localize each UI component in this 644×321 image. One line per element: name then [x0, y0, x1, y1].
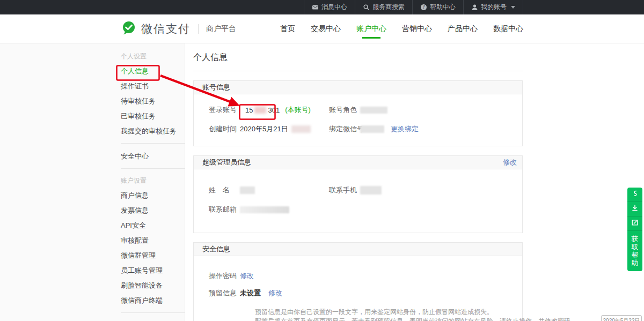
- contact-phone-label: 联系手机: [329, 185, 360, 195]
- admin-name-label: 姓 名: [209, 185, 240, 195]
- sidebar-group-account-settings: 账户设置: [121, 173, 185, 188]
- edit-icon: [631, 219, 639, 228]
- sidebar-item-merchant-info[interactable]: 商户信息: [121, 188, 185, 203]
- brand[interactable]: 微信支付 商户平台: [121, 20, 236, 38]
- mail-icon: [312, 4, 319, 11]
- nav-product-center[interactable]: 产品中心: [448, 14, 478, 43]
- service-provider-search-link[interactable]: 服务商搜索: [355, 0, 412, 14]
- page-title: 个人信息: [193, 51, 523, 63]
- message-center-label: 消息中心: [321, 3, 347, 12]
- super-admin-title: 超级管理员信息: [202, 156, 251, 169]
- sidebar-item-invoice-info[interactable]: 发票信息: [121, 203, 185, 218]
- reserved-info-label: 预留信息: [209, 288, 240, 298]
- title-divider: [193, 71, 523, 71]
- floating-help-panel: 获取帮助: [627, 188, 642, 271]
- sidebar-divider: [121, 143, 185, 144]
- login-suffix: 301: [268, 106, 280, 114]
- tip-line: 预留信息是由你自己设置的一段文字，用来鉴定网站身份，防止假冒网站造成损失。: [255, 308, 522, 317]
- rebind-link[interactable]: 更换绑定: [391, 124, 419, 134]
- account-info-title: 账号信息: [202, 81, 230, 94]
- nav-account-center[interactable]: 账户中心: [356, 14, 386, 43]
- main-content: 个人信息 账号信息 登录账号 15 301 (本账号): [193, 43, 523, 321]
- my-account-label: 我的账号: [481, 3, 507, 12]
- main-header: 微信支付 商户平台 首页 交易中心 账户中心 营销中心 产品中心 数据中心: [0, 14, 644, 43]
- top-utility-bar: 消息中心 服务商搜索 ? 帮助中心 我的账号: [0, 0, 644, 14]
- login-prefix: 15: [245, 106, 253, 114]
- date-tooltip: 2020年5月22日: [601, 315, 642, 321]
- primary-nav: 首页 交易中心 账户中心 营销中心 产品中心 数据中心: [280, 14, 523, 43]
- get-help-button[interactable]: 获取帮助: [627, 231, 642, 271]
- help-center-link[interactable]: ? 帮助中心: [412, 0, 463, 14]
- redacted-created-time: [291, 125, 311, 133]
- tip-line: 配置后将在首页及充值页面显示。若未看到预留信息，表明当前访问的网站存在风险，请终…: [255, 317, 522, 321]
- sidebar-item-staff-account-mgmt[interactable]: 员工账号管理: [121, 263, 185, 278]
- sidebar-item-face-smart-device[interactable]: 刷脸智能设备: [121, 278, 185, 293]
- feedback-button[interactable]: [627, 217, 642, 231]
- sidebar-item-my-submitted-review[interactable]: 我提交的审核任务: [121, 124, 185, 139]
- link-icon: [631, 190, 639, 199]
- redacted-account-role: [360, 107, 387, 114]
- brand-divider: [198, 24, 199, 34]
- sidebar-item-reviewed[interactable]: 已审核任务: [121, 109, 185, 124]
- sidebar-item-review-config[interactable]: 审核配置: [121, 233, 185, 248]
- reserved-info-tips: 预留信息是由你自己设置的一段文字，用来鉴定网站身份，防止假冒网站造成损失。 配置…: [209, 308, 522, 321]
- nav-data-center[interactable]: 数据中心: [493, 14, 523, 43]
- redacted-admin-name: [240, 186, 255, 194]
- nav-home[interactable]: 首页: [280, 14, 295, 43]
- sidebar-item-personal-info[interactable]: 个人信息: [121, 64, 185, 79]
- wechat-pay-logo: [121, 20, 137, 38]
- super-admin-edit-link[interactable]: 修改: [503, 156, 517, 169]
- nav-marketing-center[interactable]: 营销中心: [402, 14, 432, 43]
- redacted-wechat-id: [360, 125, 384, 133]
- help-icon: ?: [420, 4, 427, 11]
- my-account-menu[interactable]: 我的账号: [463, 0, 523, 14]
- redacted-login-middle: [254, 107, 266, 114]
- user-icon: [471, 4, 478, 11]
- sidebar-item-pending-review[interactable]: 待审核任务: [121, 94, 185, 109]
- redacted-contact-email: [240, 206, 289, 213]
- account-info-section: 账号信息 登录账号 15 301 (本账号) 账号角色: [193, 80, 523, 146]
- current-account-tag: (本账号): [285, 105, 311, 115]
- redacted-contact-phone: [360, 186, 382, 195]
- search-icon: [363, 4, 370, 11]
- security-info-title: 安全信息: [202, 243, 230, 256]
- sidebar-item-wechat-merchant-terminal[interactable]: 微信商户终端: [121, 293, 185, 308]
- sidebar-item-api-security[interactable]: API安全: [121, 218, 185, 233]
- portal-name: 商户平台: [206, 24, 236, 34]
- sidebar-item-operation-cert[interactable]: 操作证书: [121, 79, 185, 94]
- download-icon: [631, 204, 639, 214]
- svg-text:?: ?: [422, 5, 425, 10]
- operation-password-edit-link[interactable]: 修改: [240, 271, 254, 281]
- service-provider-search-label: 服务商搜索: [372, 3, 405, 12]
- contact-email-label: 联系邮箱: [209, 205, 240, 214]
- created-time-label: 创建时间: [209, 124, 240, 134]
- sidebar-divider: [121, 168, 185, 169]
- nav-transaction-center[interactable]: 交易中心: [311, 14, 341, 43]
- reserved-info-value: 未设置: [240, 288, 261, 298]
- sidebar-group-personal-settings: 个人设置: [121, 49, 185, 64]
- created-time-value: 2020年5月21日: [240, 124, 288, 134]
- sidebar-item-security-center[interactable]: 安全中心: [121, 149, 185, 164]
- download-button[interactable]: [627, 202, 642, 217]
- login-account-label: 登录账号: [209, 105, 240, 115]
- get-help-label: 获取帮助: [631, 235, 639, 267]
- sidebar: 个人设置 个人信息 操作证书 待审核任务 已审核任务 我提交的审核任务 安全中心…: [0, 43, 185, 321]
- brand-name: 微信支付: [141, 21, 191, 36]
- sidebar-divider: [121, 312, 185, 313]
- message-center-link[interactable]: 消息中心: [304, 0, 355, 14]
- super-admin-section: 超级管理员信息 修改 姓 名 联系手机 联系邮箱: [193, 155, 523, 233]
- operation-password-label: 操作密码: [209, 271, 240, 281]
- sidebar-item-wechat-group-mgmt[interactable]: 微信群管理: [121, 248, 185, 263]
- page-body: 个人设置 个人信息 操作证书 待审核任务 已审核任务 我提交的审核任务 安全中心…: [0, 43, 644, 321]
- account-role-label: 账号角色: [329, 105, 360, 115]
- login-account-value: 15 301: [240, 106, 280, 114]
- security-info-section: 安全信息 操作密码 修改 预留信息 未设置 修改 预留信息是由你自己设置的一段文…: [193, 242, 523, 321]
- quick-link-button[interactable]: [627, 188, 642, 202]
- help-center-label: 帮助中心: [430, 3, 456, 12]
- reserved-info-edit-link[interactable]: 修改: [268, 288, 282, 298]
- bound-wechat-label: 绑定微信号: [329, 124, 360, 134]
- chevron-down-icon: [511, 6, 515, 9]
